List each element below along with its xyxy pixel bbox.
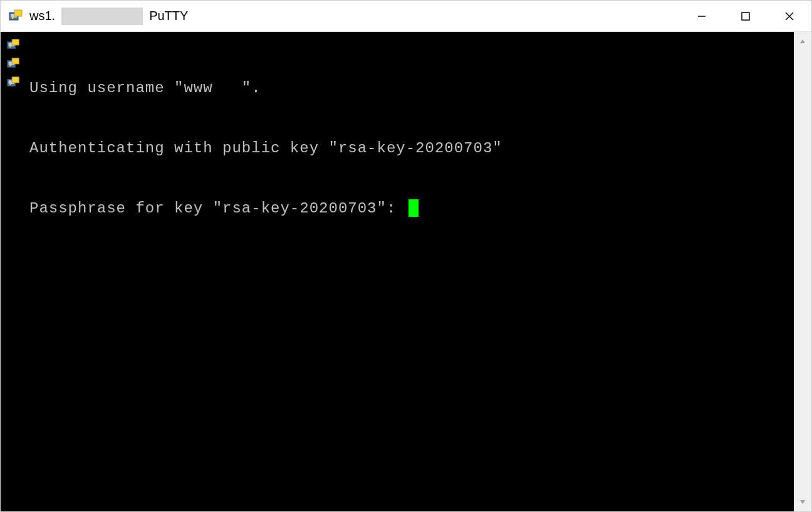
window-controls	[680, 1, 811, 31]
gutter	[1, 32, 26, 511]
cursor	[409, 199, 419, 217]
svg-rect-2	[14, 10, 22, 16]
close-button[interactable]	[768, 1, 811, 31]
maximize-icon	[741, 11, 751, 21]
terminal-line: Using username "www ".	[29, 78, 790, 98]
putty-gutter-icon	[6, 76, 20, 90]
svg-rect-10	[12, 39, 19, 45]
svg-rect-18	[12, 77, 19, 83]
title-prefix: ws1.	[29, 9, 55, 23]
close-icon	[784, 11, 794, 21]
minimize-button[interactable]	[680, 1, 724, 31]
terminal-line: Passphrase for key "rsa-key-20200703":	[29, 199, 790, 219]
terminal-prompt: Passphrase for key "rsa-key-20200703":	[29, 200, 406, 217]
vertical-scrollbar[interactable]	[794, 32, 811, 511]
terminal-line: Authenticating with public key "rsa-key-…	[29, 138, 790, 159]
title-app-name: PuTTY	[149, 9, 188, 23]
title-redacted	[61, 8, 143, 25]
maximize-button[interactable]	[724, 1, 768, 31]
window-title: ws1. PuTTY	[29, 8, 188, 25]
putty-window: ws1. PuTTY	[0, 0, 812, 512]
putty-icon	[8, 9, 23, 24]
scroll-down-icon[interactable]	[797, 496, 808, 508]
minimize-icon	[697, 11, 707, 21]
svg-rect-14	[12, 58, 19, 64]
titlebar[interactable]: ws1. PuTTY	[1, 1, 811, 32]
content-area: Using username "www ". Authenticating wi…	[1, 32, 811, 511]
terminal[interactable]: Using username "www ". Authenticating wi…	[26, 32, 794, 511]
svg-rect-5	[742, 13, 749, 20]
scroll-up-icon[interactable]	[797, 36, 808, 47]
putty-gutter-icon	[6, 57, 20, 71]
putty-gutter-icon	[6, 38, 20, 52]
